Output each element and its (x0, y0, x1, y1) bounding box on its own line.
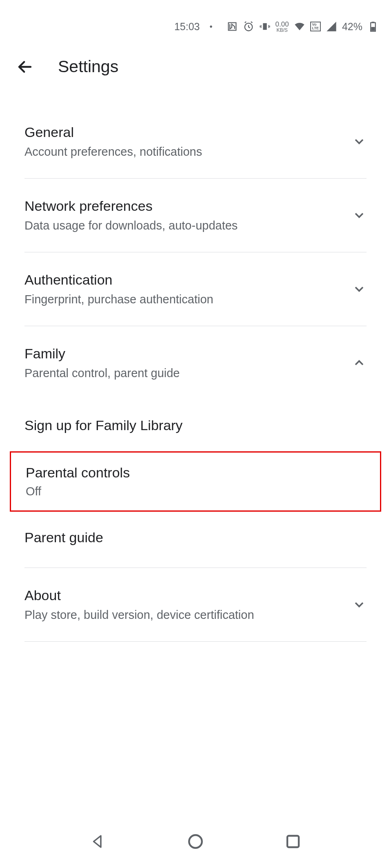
settings-list: General Account preferences, notificatio… (0, 88, 391, 642)
authentication-subtitle: Fingerprint, purchase authentication (24, 293, 352, 306)
svg-rect-4 (371, 27, 375, 31)
family-title: Family (24, 346, 352, 362)
chevron-down-icon (352, 208, 367, 223)
settings-item-authentication[interactable]: Authentication Fingerprint, purchase aut… (0, 252, 391, 326)
sub-item-family-library[interactable]: Sign up for Family Library (0, 400, 391, 451)
parental-controls-label: Parental controls (26, 465, 365, 481)
nav-home-icon[interactable] (187, 833, 204, 850)
settings-item-general[interactable]: General Account preferences, notificatio… (0, 105, 391, 178)
sub-item-parental-controls[interactable]: Parental controls Off (10, 451, 381, 512)
svg-rect-6 (287, 836, 299, 847)
volte-icon: Vo LTE (310, 22, 321, 31)
battery-icon (367, 21, 379, 32)
svg-rect-1 (263, 23, 267, 30)
divider (24, 641, 367, 642)
chevron-up-icon (352, 356, 367, 370)
vibrate-icon (259, 21, 271, 32)
svg-rect-3 (372, 22, 375, 22)
family-subtitle: Parental control, parent guide (24, 367, 352, 380)
authentication-title: Authentication (24, 272, 352, 288)
general-title: General (24, 124, 352, 140)
sub-item-parent-guide[interactable]: Parent guide (0, 512, 391, 563)
status-dot-icon: • (210, 22, 213, 31)
parental-controls-status: Off (26, 485, 365, 498)
header: Settings (0, 37, 391, 88)
family-library-label: Sign up for Family Library (24, 417, 367, 433)
nfc-icon (227, 21, 238, 32)
alarm-icon (243, 21, 254, 32)
navigation-bar (0, 815, 391, 868)
network-speed: 0.00 KB/S (275, 21, 289, 33)
nav-recent-icon[interactable] (284, 833, 302, 850)
status-icons: 0.00 KB/S Vo LTE 42% (227, 21, 379, 33)
svg-point-5 (189, 835, 202, 848)
chevron-down-icon (352, 597, 367, 612)
about-title: About (24, 588, 352, 603)
page-title: Settings (58, 57, 118, 76)
wifi-icon (294, 21, 305, 32)
signal-icon (326, 21, 337, 32)
nav-back-icon[interactable] (89, 833, 107, 850)
network-subtitle: Data usage for downloads, auto-updates (24, 219, 352, 232)
battery-percentage: 42% (342, 21, 362, 33)
settings-item-about[interactable]: About Play store, build version, device … (0, 568, 391, 641)
about-subtitle: Play store, build version, device certif… (24, 608, 352, 622)
network-title: Network preferences (24, 198, 352, 214)
back-arrow-icon[interactable] (16, 58, 33, 75)
chevron-down-icon (352, 134, 367, 149)
status-bar: 15:03 • 0.00 KB/S Vo LTE 42% (0, 0, 391, 37)
status-time: 15:03 (174, 21, 200, 33)
settings-item-network[interactable]: Network preferences Data usage for downl… (0, 179, 391, 252)
general-subtitle: Account preferences, notifications (24, 145, 352, 159)
parent-guide-label: Parent guide (24, 530, 367, 546)
chevron-down-icon (352, 282, 367, 296)
settings-item-family[interactable]: Family Parental control, parent guide (0, 326, 391, 400)
